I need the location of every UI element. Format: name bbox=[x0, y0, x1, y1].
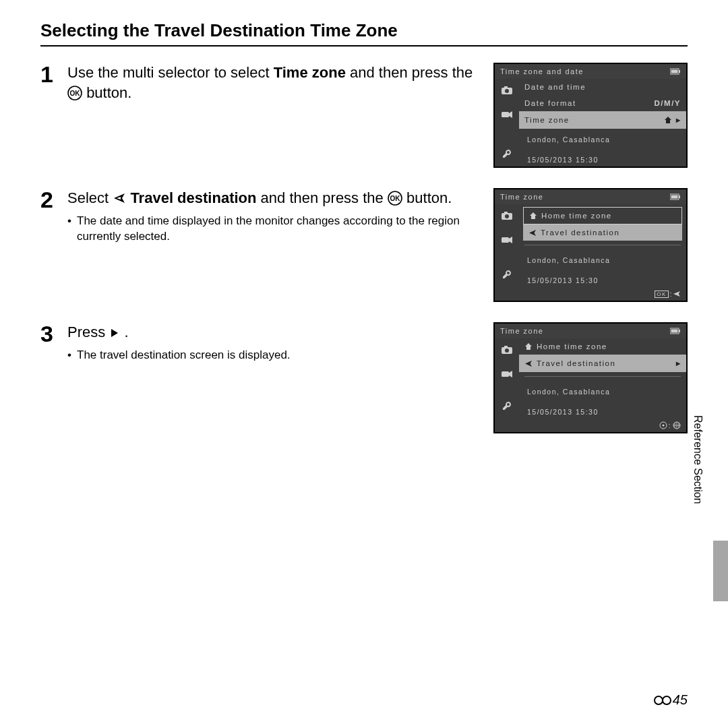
lcd3-location: London, Casablanca bbox=[527, 388, 681, 396]
lcd1-row-date-time: Date and time bbox=[519, 79, 686, 95]
home-icon bbox=[664, 116, 672, 124]
svg-rect-27 bbox=[504, 346, 508, 348]
svg-text:OK: OK bbox=[390, 195, 400, 202]
home-icon bbox=[524, 342, 533, 351]
airplane-icon bbox=[673, 291, 681, 297]
svg-point-35 bbox=[655, 696, 663, 704]
step-2: 2 Select Travel destination and then pre… bbox=[40, 188, 688, 302]
svg-point-33 bbox=[662, 425, 664, 427]
lcd1-title: Time zone and date bbox=[500, 67, 584, 75]
svg-rect-8 bbox=[502, 112, 509, 117]
step-3-number: 3 bbox=[40, 322, 67, 345]
svg-rect-4 bbox=[671, 70, 678, 73]
lcd2-timestamp: 15/05/2013 15:30 bbox=[527, 276, 681, 284]
svg-marker-22 bbox=[111, 329, 118, 337]
svg-marker-20 bbox=[509, 237, 512, 243]
video-icon bbox=[499, 233, 514, 247]
step-3-bullet: The travel destination screen is display… bbox=[77, 348, 485, 363]
svg-rect-24 bbox=[679, 330, 680, 332]
step-3-text: Press . •The travel destination screen i… bbox=[67, 322, 493, 363]
page-title: Selecting the Travel Destination Time Zo… bbox=[40, 20, 688, 47]
svg-point-18 bbox=[505, 214, 509, 218]
svg-point-28 bbox=[505, 348, 509, 353]
battery-icon bbox=[670, 193, 681, 200]
wrench-icon bbox=[499, 146, 514, 161]
battery-icon bbox=[670, 328, 681, 334]
svg-rect-14 bbox=[679, 195, 680, 198]
svg-rect-15 bbox=[671, 195, 678, 199]
ok-hint-icon: OK bbox=[655, 291, 669, 298]
video-icon bbox=[499, 367, 514, 382]
svg-rect-3 bbox=[679, 70, 680, 73]
lcd-screen-2: Time zone Home time zone bbox=[493, 188, 688, 302]
lcd-screen-3: Time zone Home time zone bbox=[493, 322, 688, 433]
svg-marker-10 bbox=[665, 117, 671, 123]
svg-rect-29 bbox=[502, 371, 509, 377]
page-number: 45 bbox=[654, 692, 688, 708]
airplane-icon bbox=[113, 192, 126, 204]
camera-icon bbox=[499, 83, 514, 98]
airplane-icon bbox=[528, 229, 537, 237]
battery-icon bbox=[670, 68, 681, 75]
home-icon bbox=[529, 212, 537, 220]
section-label: Reference Section bbox=[692, 415, 704, 504]
wrench-icon bbox=[499, 267, 514, 282]
ok-button-icon: OK bbox=[67, 86, 82, 100]
svg-rect-6 bbox=[504, 86, 508, 88]
svg-rect-17 bbox=[504, 212, 508, 214]
step-1-number: 1 bbox=[40, 63, 67, 86]
lcd3-row-travel: Travel destination ▸ bbox=[519, 355, 686, 372]
wrench-icon bbox=[499, 398, 514, 413]
svg-marker-30 bbox=[509, 371, 512, 377]
lcd1-timestamp: 15/05/2013 15:30 bbox=[527, 156, 681, 164]
svg-point-36 bbox=[663, 696, 671, 704]
lcd2-location: London, Casablanca bbox=[527, 256, 681, 264]
camera-icon bbox=[499, 208, 514, 223]
svg-rect-19 bbox=[502, 237, 509, 243]
step-2-bullet: The date and time displayed in the monit… bbox=[77, 214, 485, 245]
step-1-text: Use the multi selector to select Time zo… bbox=[67, 63, 493, 102]
video-icon bbox=[499, 107, 514, 122]
lcd2-row-home: Home time zone bbox=[523, 207, 682, 224]
lcd3-title: Time zone bbox=[500, 327, 543, 335]
step-2-number: 2 bbox=[40, 188, 67, 211]
svg-marker-21 bbox=[530, 212, 537, 219]
lcd2-row-travel: Travel destination bbox=[523, 224, 682, 241]
dpad-icon bbox=[659, 421, 667, 429]
lcd1-row-time-zone: Time zone ▸ bbox=[519, 111, 686, 129]
svg-marker-31 bbox=[525, 343, 532, 350]
step-2-text: Select Travel destination and then press… bbox=[67, 188, 493, 245]
airplane-icon bbox=[524, 360, 533, 367]
lcd2-title: Time zone bbox=[500, 193, 543, 201]
lcd1-row-date-format: Date formatD/M/Y bbox=[519, 95, 686, 111]
ok-button-icon: OK bbox=[388, 191, 402, 206]
svg-marker-9 bbox=[509, 111, 512, 118]
lcd1-location: London, Casablanca bbox=[527, 135, 681, 144]
svg-point-7 bbox=[505, 89, 509, 93]
svg-text:OK: OK bbox=[70, 90, 81, 97]
svg-rect-25 bbox=[671, 330, 678, 333]
camera-icon bbox=[499, 342, 514, 357]
step-3: 3 Press . •The travel destination screen… bbox=[40, 322, 688, 433]
globe-icon bbox=[673, 421, 681, 429]
lcd-screen-1: Time zone and date Date and time Date fo… bbox=[493, 63, 688, 168]
step-1: 1 Use the multi selector to select Time … bbox=[40, 63, 688, 168]
reference-section-icon bbox=[654, 695, 673, 706]
right-arrow-icon bbox=[109, 328, 120, 338]
lcd3-timestamp: 15/05/2013 15:30 bbox=[527, 408, 681, 416]
lcd3-row-home: Home time zone bbox=[519, 338, 686, 355]
side-tab bbox=[713, 541, 728, 601]
